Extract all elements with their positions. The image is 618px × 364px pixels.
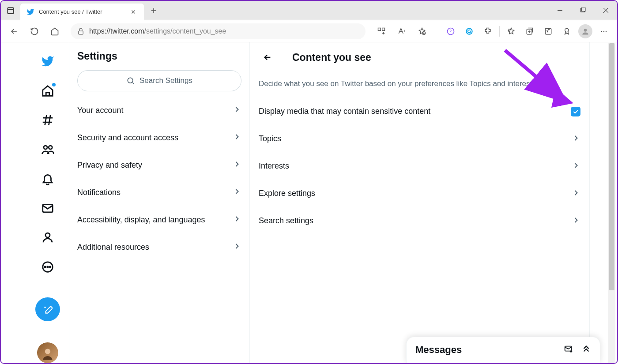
option-label: Interests xyxy=(259,161,289,171)
svg-rect-6 xyxy=(382,28,385,30)
main-header: Content you see xyxy=(250,49,589,72)
svg-point-16 xyxy=(606,30,607,32)
chevron-right-icon xyxy=(572,161,580,172)
browser-toolbar: https://twitter.com/settings/content_you… xyxy=(1,20,617,42)
notifications-nav-icon[interactable] xyxy=(35,167,60,191)
svg-point-17 xyxy=(44,146,47,149)
toolbar-divider xyxy=(499,26,500,37)
favorite-icon[interactable] xyxy=(413,23,431,40)
communities-nav-icon[interactable] xyxy=(35,137,60,161)
settings-item-resources[interactable]: Additional resources xyxy=(69,233,249,261)
collections-icon[interactable] xyxy=(521,23,539,40)
search-settings-link[interactable]: Search settings xyxy=(250,207,589,235)
refresh-button[interactable] xyxy=(26,23,43,40)
page-title: Content you see xyxy=(292,52,371,64)
chevron-right-icon xyxy=(233,105,241,116)
search-settings-input[interactable]: Search Settings xyxy=(77,70,241,91)
profile-nav-icon[interactable] xyxy=(35,225,60,249)
svg-point-9 xyxy=(466,28,472,34)
browser-tab[interactable]: Content you see / Twitter xyxy=(20,4,144,20)
option-label: Display media that may contain sensitive… xyxy=(259,107,430,116)
app-launcher-icon[interactable] xyxy=(373,23,390,40)
vertical-scrollbar[interactable] xyxy=(608,43,615,363)
address-text: https://twitter.com/settings/content_you… xyxy=(89,27,226,35)
chevron-right-icon xyxy=(233,160,241,170)
settings-item-label: Security and account access xyxy=(77,133,178,143)
svg-rect-4 xyxy=(79,31,83,34)
more-menu-icon[interactable] xyxy=(595,23,613,40)
option-label: Explore settings xyxy=(259,189,315,198)
svg-rect-0 xyxy=(8,8,13,13)
svg-rect-3 xyxy=(581,8,585,11)
twitter-logo-icon[interactable] xyxy=(35,49,60,73)
svg-point-13 xyxy=(584,29,587,32)
sensitive-content-toggle-row[interactable]: Display media that may contain sensitive… xyxy=(250,98,589,125)
back-arrow-button[interactable] xyxy=(259,49,276,66)
new-tab-button[interactable] xyxy=(144,1,163,20)
settings-item-your-account[interactable]: Your account xyxy=(69,97,249,124)
read-aloud-icon[interactable] xyxy=(393,23,411,40)
extension-mailchimp-icon[interactable] xyxy=(442,23,460,40)
option-label: Topics xyxy=(259,134,281,143)
twitter-nav-rail xyxy=(26,42,69,363)
extensions-icon[interactable] xyxy=(479,23,497,40)
browser-titlebar: Content you see / Twitter xyxy=(1,1,617,20)
svg-point-22 xyxy=(45,266,46,267)
math-solver-icon[interactable] xyxy=(539,23,557,40)
settings-item-label: Your account xyxy=(77,106,123,115)
expand-messages-icon[interactable] xyxy=(581,344,591,356)
close-window-button[interactable] xyxy=(594,1,617,20)
settings-item-privacy[interactable]: Privacy and safety xyxy=(69,151,249,179)
search-placeholder: Search Settings xyxy=(139,76,192,85)
tab-title: Content you see / Twitter xyxy=(39,8,124,15)
settings-sidebar: Settings Search Settings Your account Se… xyxy=(69,42,250,363)
favorites-list-icon[interactable] xyxy=(502,23,520,40)
back-button[interactable] xyxy=(5,23,23,40)
chevron-right-icon xyxy=(572,134,580,144)
rewards-icon[interactable] xyxy=(558,23,576,40)
svg-point-14 xyxy=(601,30,603,32)
messages-dock[interactable]: Messages xyxy=(406,337,600,363)
checkbox-checked[interactable] xyxy=(571,107,580,116)
home-nav-icon[interactable] xyxy=(35,79,60,102)
chevron-right-icon xyxy=(233,187,241,198)
svg-point-25 xyxy=(45,349,50,354)
chevron-right-icon xyxy=(233,132,241,143)
interests-link[interactable]: Interests xyxy=(250,153,589,180)
tab-actions-icon[interactable] xyxy=(1,1,20,20)
scrollbar-thumb[interactable] xyxy=(609,43,614,290)
settings-item-label: Additional resources xyxy=(77,243,149,252)
settings-item-label: Notifications xyxy=(77,188,121,197)
twitter-favicon-icon xyxy=(26,8,34,16)
minimize-button[interactable] xyxy=(548,1,571,20)
home-button[interactable] xyxy=(46,23,64,40)
address-bar[interactable]: https://twitter.com/settings/content_you… xyxy=(71,23,366,39)
extension-grammarly-icon[interactable] xyxy=(460,23,478,40)
topics-link[interactable]: Topics xyxy=(250,125,589,153)
compose-tweet-button[interactable] xyxy=(35,297,60,321)
svg-point-24 xyxy=(49,266,51,267)
settings-title: Settings xyxy=(69,50,249,70)
chevron-right-icon xyxy=(572,188,580,199)
content-main: Content you see Decide what you see on T… xyxy=(250,42,590,363)
settings-item-security[interactable]: Security and account access xyxy=(69,124,249,151)
more-nav-icon[interactable] xyxy=(35,255,60,278)
account-avatar[interactable] xyxy=(37,342,58,363)
settings-item-accessibility[interactable]: Accessibility, display, and languages xyxy=(69,206,249,233)
svg-point-15 xyxy=(603,30,605,32)
page-content: Settings Search Settings Your account Se… xyxy=(1,42,617,363)
svg-point-26 xyxy=(128,78,133,83)
settings-item-label: Privacy and safety xyxy=(77,161,142,170)
new-message-icon[interactable] xyxy=(564,344,573,356)
svg-rect-5 xyxy=(378,28,381,30)
profile-icon[interactable] xyxy=(577,23,594,40)
explore-settings-link[interactable]: Explore settings xyxy=(250,180,589,207)
svg-point-18 xyxy=(49,146,52,149)
tab-close-button[interactable] xyxy=(129,8,138,16)
settings-item-notifications[interactable]: Notifications xyxy=(69,179,249,206)
svg-point-23 xyxy=(47,266,49,267)
messages-nav-icon[interactable] xyxy=(35,196,60,220)
explore-nav-icon[interactable] xyxy=(35,108,60,132)
maximize-button[interactable] xyxy=(571,1,594,20)
page-subtitle: Decide what you see on Twitter based on … xyxy=(250,72,589,98)
